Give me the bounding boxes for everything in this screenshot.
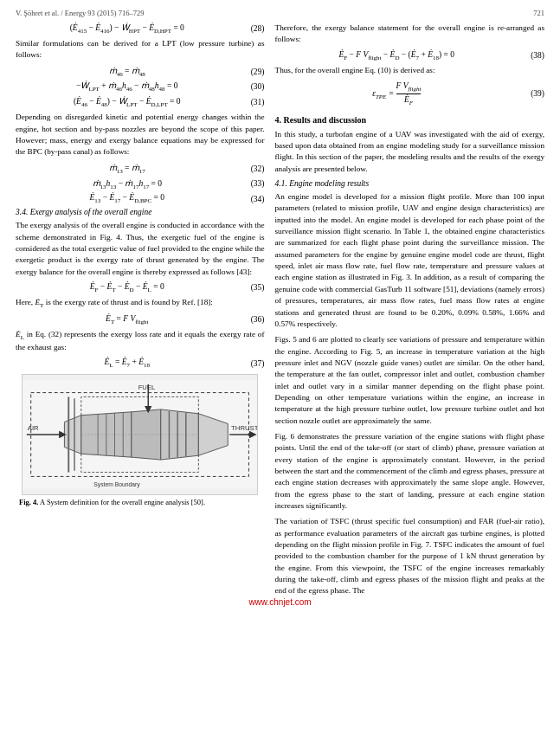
eq28-formula: (Ė415 − Ė416) − ẆHPT − ĖD,HPT = 0	[70, 23, 184, 32]
eq34-number: (34)	[239, 195, 265, 203]
lpt-intro: Similar formulations can be derived for …	[16, 38, 265, 61]
equation-31: (Ė46 − Ė48) − ẆLPT − ĖD,LPT = 0 (31)	[16, 96, 265, 108]
eq34-formula: Ė13 − Ė17 − ĖD,BPC = 0	[89, 193, 164, 202]
eq28-number: (28)	[239, 24, 265, 33]
equation-34: Ė13 − Ė17 − ĖD,BPC = 0 (34)	[16, 193, 265, 204]
watermark: www.chnjet.com	[248, 597, 311, 607]
figure-4-label: Fig. 4.	[19, 498, 38, 506]
equation-28: (Ė415 − Ė416) − ẆHPT − ĖD,HPT = 0 (28)	[16, 23, 265, 35]
equation-32: ṁ13 = ṁ17 (32)	[16, 163, 265, 175]
figure-4-image: FUEL AIR THRUST System Boundary	[22, 374, 258, 495]
figure-4-caption: Fig. 4. A System definition for the over…	[16, 498, 265, 507]
eq30-number: (30)	[239, 82, 265, 91]
eq32-number: (32)	[239, 164, 265, 173]
section-4-heading: 4. Results and discussion	[275, 115, 544, 125]
eq30-formula: −ẆLPT + ṁ46h46 − ṁ48h48 = 0	[76, 81, 177, 90]
equation-29: ṁ46 = ṁ48 (29)	[16, 66, 265, 78]
exergy-overall-para: The exergy analysis of the overall engin…	[16, 220, 265, 278]
modeling-para2: Figs. 5 and 6 are plotted to clearly see…	[275, 334, 544, 427]
section-3-4-heading: 3.4. Exergy analysis of the overall engi…	[16, 208, 265, 216]
here-text: Here, ĖT is the exergy rate of thrust an…	[16, 297, 265, 310]
eq33-number: (33)	[239, 179, 265, 188]
eq39-number: (39)	[518, 89, 544, 98]
equation-35: ĖF − ĖT − ĖD − ĖL = 0 (35)	[16, 282, 265, 293]
header-text: V. Şöhret et al. / Energy 93 (2015) 716–…	[16, 9, 144, 17]
left-column: (Ė415 − Ė416) − ẆHPT − ĖD,HPT = 0 (28) S…	[16, 23, 265, 602]
eq31-number: (31)	[239, 98, 265, 106]
eq35-formula: ĖF − ĖT − ĖD − ĖL = 0	[90, 282, 164, 291]
el-text: ĖL in Eq. (32) represents the exergy los…	[16, 329, 265, 353]
eq35-number: (35)	[239, 283, 265, 292]
page-container: V. Şöhret et al. / Energy 93 (2015) 716–…	[0, 0, 560, 610]
modeling-para3: Fig. 6 demonstrates the pressure variati…	[275, 431, 544, 512]
equation-38: ĖF − F Vflight − ĖD − (Ė7 + Ė18) = 0 (38…	[275, 50, 544, 61]
results-para1: In this study, a turbofan engine of a UA…	[275, 129, 544, 175]
svg-text:System Boundary: System Boundary	[93, 481, 140, 488]
equation-33: ṁ13h13 − ṁ17h17 = 0 (33)	[16, 178, 265, 190]
svg-text:FUEL: FUEL	[138, 383, 156, 391]
engine-diagram-svg: FUEL AIR THRUST System Boundary	[23, 375, 257, 494]
eq38-number: (38)	[518, 51, 544, 60]
svg-text:AIR: AIR	[28, 424, 39, 432]
kinetic-para: Depending on disregarded kinetic and pot…	[16, 112, 265, 158]
right-column: Therefore, the exergy balance statement …	[275, 23, 544, 602]
modeling-para1: An engine model is developed for a missi…	[275, 191, 544, 330]
modeling-para4: The variation of TSFC (thrust specific f…	[275, 516, 544, 596]
eq39-formula: εTPE = F Vflight ĖF	[372, 89, 421, 98]
thus-text: Thus, for the overall engine Eq. (10) is…	[275, 65, 544, 76]
eq36-formula: ĖT = F Vflight	[106, 314, 148, 323]
svg-text:THRUST: THRUST	[231, 424, 257, 432]
figure-4-container: FUEL AIR THRUST System Boundary	[16, 374, 265, 507]
equation-37: ĖL = Ė7 + Ė18 (37)	[16, 358, 265, 369]
section-4-1-heading: 4.1. Engine modeling results	[275, 179, 544, 188]
eq33-formula: ṁ13h13 − ṁ17h17 = 0	[93, 179, 162, 188]
eq29-formula: ṁ46 = ṁ48	[109, 67, 145, 75]
eq36-number: (36)	[239, 315, 265, 324]
two-column-layout: (Ė415 − Ė416) − ẆHPT − ĖD,HPT = 0 (28) S…	[0, 23, 560, 602]
eq32-formula: ṁ13 = ṁ17	[109, 164, 145, 172]
equation-36: ĖT = F Vflight (36)	[16, 314, 265, 325]
eq37-number: (37)	[239, 359, 265, 368]
equation-30: −ẆLPT + ṁ46h46 − ṁ48h48 = 0 (30)	[16, 81, 265, 93]
equation-39: εTPE = F Vflight ĖF (39)	[275, 81, 544, 106]
right-intro-text: Therefore, the exergy balance statement …	[275, 23, 544, 46]
page-number: 721	[533, 9, 544, 17]
eq37-formula: ĖL = Ė7 + Ė18	[105, 358, 150, 366]
eq31-formula: (Ė46 − Ė48) − ẆLPT − ĖD,LPT = 0	[74, 97, 181, 106]
eq29-number: (29)	[239, 68, 265, 76]
eq38-formula: ĖF − F Vflight − ĖD − (Ė7 + Ė18) = 0	[339, 50, 455, 59]
